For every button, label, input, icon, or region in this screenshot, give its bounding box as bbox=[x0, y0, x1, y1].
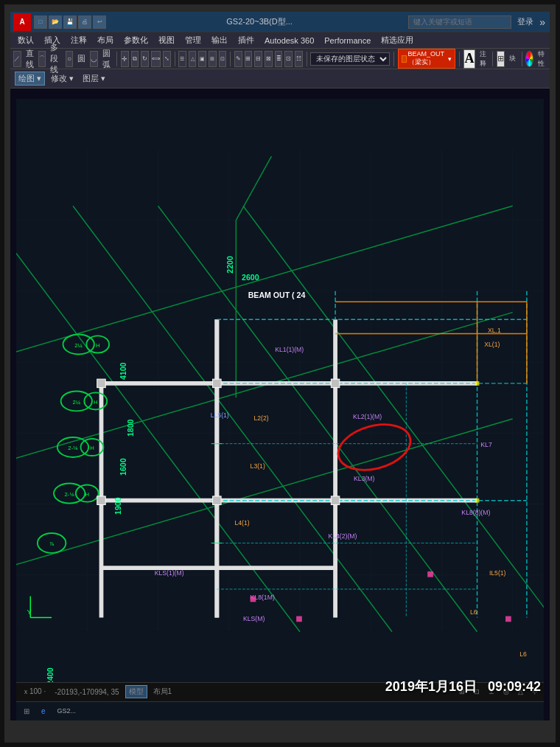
draw-icon3[interactable]: ⊟ bbox=[254, 51, 262, 67]
svg-text:BEAM OUT ( 24: BEAM OUT ( 24 bbox=[248, 291, 306, 299]
draw-icon4[interactable]: ⊠ bbox=[265, 51, 273, 67]
svg-rect-103 bbox=[427, 571, 433, 577]
menu-bar: 数认 插入 注释 布局 参数化 视图 管理 输出 插件 Autodesk 360… bbox=[10, 32, 550, 49]
scale-tool[interactable]: ⤡ bbox=[163, 51, 171, 67]
rotate-tool[interactable]: ↻ bbox=[141, 51, 149, 67]
polyline-tool[interactable]: ⌒ bbox=[38, 51, 46, 67]
quick-access-toolbar: □ 📂 💾 🖨 ↩ bbox=[34, 15, 106, 29]
block-label: 块 bbox=[507, 54, 518, 63]
arc-label: 圆弧 bbox=[100, 48, 113, 70]
svg-text:KL3(M): KL3(M) bbox=[354, 475, 374, 482]
svg-rect-105 bbox=[213, 379, 222, 388]
svg-text:2¼: 2¼ bbox=[74, 342, 83, 349]
svg-text:1800: 1800 bbox=[126, 419, 135, 437]
svg-text:2600: 2600 bbox=[242, 273, 259, 282]
svg-text:LL5(1): LL5(1) bbox=[211, 411, 229, 419]
svg-text:H: H bbox=[96, 342, 100, 349]
block-button[interactable]: ⊞ bbox=[497, 51, 505, 67]
new-button[interactable]: □ bbox=[34, 15, 47, 29]
print-button[interactable]: 🖨 bbox=[78, 15, 91, 29]
dropdown-icon[interactable]: ▾ bbox=[448, 55, 452, 63]
coords: -20193,-170994, 35 bbox=[52, 687, 122, 697]
toolbar-draw-section[interactable]: 绘图 ▾ bbox=[15, 72, 45, 86]
svg-text:XL.1: XL.1 bbox=[488, 327, 501, 334]
svg-rect-100 bbox=[475, 498, 480, 503]
expand-button[interactable]: » bbox=[539, 16, 545, 28]
zoom-level[interactable]: ｘ100 · bbox=[19, 686, 49, 698]
toolbar-row2: 绘图 ▾ 修改 ▾ 图层 ▾ bbox=[10, 69, 550, 88]
time-display: 09:09:42 bbox=[488, 679, 541, 694]
properties-label: 特性 bbox=[536, 49, 547, 69]
monitor-bezel: A □ 📂 💾 🖨 ↩ GS2-20~3B(D型... 登录 » 数认 插入 注… bbox=[0, 0, 560, 747]
text-annotation-button[interactable]: A bbox=[463, 49, 476, 69]
svg-text:KL4(2)(M): KL4(2)(M) bbox=[328, 532, 357, 540]
svg-text:KL7: KL7 bbox=[480, 441, 492, 448]
circle-tool[interactable]: ○ bbox=[66, 51, 74, 67]
menu-parametric[interactable]: 参数化 bbox=[119, 33, 153, 47]
svg-text:H: H bbox=[85, 491, 89, 498]
draw-icon7[interactable]: ☷ bbox=[295, 51, 303, 67]
color-wheel[interactable] bbox=[525, 51, 533, 67]
model-tab[interactable]: 模型 bbox=[125, 685, 147, 698]
svg-rect-107 bbox=[213, 496, 222, 505]
svg-text:4100: 4100 bbox=[119, 362, 127, 380]
menu-performance[interactable]: Performance bbox=[320, 35, 375, 46]
svg-rect-0 bbox=[16, 149, 544, 631]
layer-icon2[interactable]: △ bbox=[189, 51, 197, 67]
move-tool[interactable]: ✛ bbox=[121, 51, 129, 67]
svg-rect-99 bbox=[475, 381, 480, 386]
window-title: GS2-20~3B(D型... bbox=[111, 16, 408, 27]
datetime-overlay: 2019年1月16日 09:09:42 bbox=[385, 678, 541, 695]
save-button[interactable]: 💾 bbox=[63, 15, 77, 29]
layer-icon5[interactable]: ⊡ bbox=[219, 51, 227, 67]
menu-annotation[interactable]: 注释 bbox=[66, 33, 91, 47]
win-ie[interactable]: e bbox=[38, 706, 49, 716]
menu-manage[interactable]: 管理 bbox=[181, 33, 206, 47]
svg-text:2400: 2400 bbox=[46, 667, 55, 682]
arc-tool[interactable]: ◡ bbox=[90, 51, 98, 67]
toolbar-layer-section[interactable]: 图层 ▾ bbox=[80, 72, 108, 85]
undo-button[interactable]: ↩ bbox=[93, 15, 106, 29]
svg-text:2-⅛: 2-⅛ bbox=[68, 445, 78, 451]
menu-output[interactable]: 输出 bbox=[207, 33, 232, 47]
draw-icon5[interactable]: ≣ bbox=[275, 51, 283, 67]
cad-canvas: 设计建筑 bbox=[16, 99, 544, 682]
taskbar-file[interactable]: GS2... bbox=[55, 706, 80, 715]
layer-icon1[interactable]: ☰ bbox=[178, 51, 186, 67]
draw-icon2[interactable]: ⊞ bbox=[245, 51, 253, 67]
layer-icon4[interactable]: ⊞ bbox=[209, 51, 217, 67]
menu-plugin[interactable]: 插件 bbox=[234, 33, 259, 47]
menu-featured[interactable]: 精选应用 bbox=[377, 33, 418, 47]
search-input[interactable] bbox=[408, 15, 511, 29]
copy-tool[interactable]: ⧉ bbox=[131, 51, 139, 67]
draw-icon1[interactable]: ✎ bbox=[234, 51, 242, 67]
status-bar-bottom: ⊞ e GS2... bbox=[16, 702, 544, 720]
annotation-label: 注释 bbox=[477, 49, 489, 69]
svg-text:2¼: 2¼ bbox=[72, 399, 80, 406]
draw-icon6[interactable]: ⊡ bbox=[284, 51, 293, 67]
menu-view[interactable]: 视图 bbox=[154, 33, 179, 47]
menu-layout[interactable]: 布局 bbox=[93, 33, 118, 47]
svg-text:XL(1): XL(1) bbox=[484, 341, 500, 348]
svg-text:L6: L6 bbox=[470, 608, 477, 616]
login-button[interactable]: 登录 bbox=[517, 16, 533, 27]
menu-shuren[interactable]: 数认 bbox=[13, 33, 38, 47]
menu-autodesk360[interactable]: Autodesk 360 bbox=[260, 35, 318, 46]
svg-text:H: H bbox=[94, 399, 98, 406]
open-button[interactable]: 📂 bbox=[49, 15, 62, 29]
beam-out-label: BEAM_OUT（梁实） bbox=[408, 50, 447, 67]
svg-text:1900: 1900 bbox=[113, 497, 122, 515]
svg-text:KL1(1)(M): KL1(1)(M) bbox=[275, 346, 304, 353]
svg-text:2200: 2200 bbox=[225, 256, 234, 274]
toolbar-modify-section[interactable]: 修改 ▾ bbox=[48, 72, 77, 85]
svg-text:KLS(M): KLS(M) bbox=[243, 615, 265, 622]
line-label: 直线 bbox=[24, 48, 36, 70]
win-start[interactable]: ⊞ bbox=[21, 706, 32, 716]
layout1-tab[interactable]: 布局1 bbox=[150, 686, 175, 698]
mirror-tool[interactable]: ⟺ bbox=[151, 51, 161, 67]
svg-text:L6: L6 bbox=[519, 650, 527, 658]
layer-icon3[interactable]: ▣ bbox=[198, 51, 206, 67]
line-tool[interactable]: ／ bbox=[13, 51, 21, 67]
svg-text:KL8(8)(M): KL8(8)(M) bbox=[461, 509, 490, 516]
layer-status-select[interactable]: 未保存的图层状态 bbox=[310, 52, 390, 66]
